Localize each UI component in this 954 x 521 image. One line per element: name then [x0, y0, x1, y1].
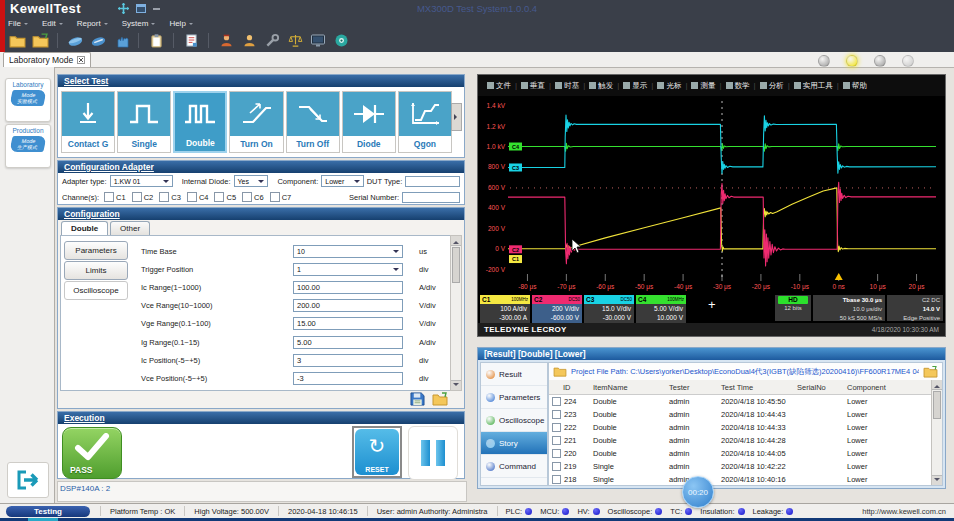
scope-menu-3[interactable]: 触发 [585, 81, 617, 91]
row-checkbox[interactable] [552, 475, 561, 484]
scroll-up-arrow[interactable] [932, 380, 942, 390]
channel-box-c4[interactable]: C4100MHz5.00 V/div10.000 V [636, 295, 686, 324]
row-checkbox[interactable] [552, 436, 561, 445]
column-header-serialno[interactable]: SerialNo [797, 383, 847, 392]
column-header-tester[interactable]: Tester [669, 383, 721, 392]
component-select[interactable]: Lower [321, 175, 363, 187]
scroll-down-arrow[interactable] [932, 475, 942, 485]
row-checkbox[interactable] [552, 449, 561, 458]
config-tab-double[interactable]: Double [61, 221, 108, 235]
column-header-itemname[interactable]: ItemName [593, 383, 669, 392]
column-header-component[interactable]: Component [847, 383, 927, 392]
open-folder-icon[interactable] [8, 32, 26, 50]
test-button-single[interactable]: Single [117, 91, 171, 153]
camera-icon[interactable] [332, 32, 350, 50]
production-mode-button[interactable]: Production Mode 生产模式 [5, 124, 51, 168]
open-folder-icon[interactable] [432, 392, 448, 406]
channel-checkbox-c7[interactable]: C7 [270, 192, 292, 202]
configuration-scrollbar[interactable] [450, 235, 462, 391]
scope-menu-10[interactable]: 帮助 [839, 81, 871, 91]
column-header-test-time[interactable]: Test Time [721, 383, 797, 392]
channel-box-c1[interactable]: C1100MHz100 A/div-300.00 A [480, 295, 530, 324]
serial-number-input[interactable] [402, 192, 460, 203]
field-input[interactable]: 200.00 [293, 299, 403, 312]
row-checkbox[interactable] [552, 397, 561, 406]
hand-tool-icon[interactable] [112, 32, 130, 50]
scope-menu-4[interactable]: 显示 [619, 81, 651, 91]
config-side-tab-limits[interactable]: Limits [64, 261, 128, 280]
clipboard-icon[interactable] [147, 32, 165, 50]
channel-box-c3[interactable]: C3DC5015.0 V/div-30.000 V [584, 295, 634, 324]
row-checkbox[interactable] [552, 462, 561, 471]
field-input[interactable]: 15.00 [293, 317, 403, 330]
scope-menu-9[interactable]: 实用工具 [790, 81, 837, 91]
import-folder-icon[interactable] [31, 32, 49, 50]
test-scroll-right-button[interactable] [451, 103, 462, 131]
test-button-diode[interactable]: Diode [342, 91, 396, 153]
results-tab-command[interactable]: Command [481, 455, 547, 478]
scope-menu-7[interactable]: 数学 [722, 81, 754, 91]
table-row[interactable]: 220Doubleadmin2020/4/18 10:44:05Lower [549, 447, 932, 460]
scroll-up-arrow[interactable] [451, 236, 461, 246]
table-row[interactable]: 219Singleadmin2020/4/18 10:42:22Lower [549, 460, 932, 473]
tab-laboratory-mode[interactable]: Laboratory Mode [3, 52, 91, 67]
connect-a-icon[interactable] [66, 32, 84, 50]
timebase-box[interactable]: Tbase 30.0 μs10.0 μs/div50 kS 500 MS/s [813, 295, 885, 321]
test-button-qgon[interactable]: Qgon [398, 91, 452, 153]
field-input[interactable]: -3 [293, 372, 403, 385]
row-checkbox[interactable] [552, 410, 561, 419]
scope-menu-8[interactable]: 分析 [756, 81, 788, 91]
table-row[interactable]: 222Doubleadmin2020/4/18 10:44:33Lower [549, 421, 932, 434]
scope-menu-0[interactable]: 文件 [483, 81, 515, 91]
adapter-type-select[interactable]: 1.KW 01 [110, 175, 173, 187]
calibration-scales-icon[interactable] [286, 32, 304, 50]
test-button-turn-on[interactable]: Turn On [229, 91, 283, 153]
report-card-icon[interactable] [182, 32, 200, 50]
field-input[interactable]: 5.00 [293, 336, 403, 349]
exit-button[interactable] [7, 462, 49, 498]
table-row[interactable]: 224Doubleadmin2020/4/18 10:45:50Lower [549, 395, 932, 408]
config-side-tab-oscilloscope[interactable]: Oscilloscope [64, 281, 128, 300]
scroll-down-arrow[interactable] [451, 380, 461, 390]
field-input[interactable]: 3 [293, 354, 403, 367]
row-checkbox[interactable] [552, 423, 561, 432]
dut-type-input[interactable] [405, 176, 460, 187]
scope-menu-2[interactable]: 时基 [551, 81, 583, 91]
results-tab-result[interactable]: Result [481, 363, 547, 386]
pass-status-button[interactable]: PASS [62, 427, 122, 479]
close-icon[interactable] [77, 56, 85, 64]
scrollbar-thumb[interactable] [452, 247, 460, 283]
menu-report[interactable]: Report [77, 19, 108, 28]
internal-diode-select[interactable]: Yes [234, 175, 269, 187]
reset-button[interactable]: ↻ RESET [355, 429, 399, 475]
scope-menu-1[interactable]: 垂直 [517, 81, 549, 91]
menu-edit[interactable]: Edit [42, 19, 63, 28]
scope-menu-5[interactable]: 光标 [653, 81, 685, 91]
test-button-double[interactable]: Double [173, 91, 227, 153]
tools-icon[interactable] [263, 32, 281, 50]
website-link[interactable]: http://www.kewell.com.cn [862, 507, 954, 516]
channel-checkbox-c5[interactable]: C5 [214, 192, 236, 202]
open-folder-button[interactable] [923, 366, 938, 378]
config-side-tab-parameters[interactable]: Parameters [64, 241, 128, 260]
table-row[interactable]: 218Singleadmin2020/4/18 10:40:16Lower [549, 473, 932, 486]
user-icon[interactable] [240, 32, 258, 50]
laboratory-mode-button[interactable]: Laboratory Mode 实验模式 [5, 78, 51, 122]
channel-checkbox-c4[interactable]: C4 [187, 192, 209, 202]
table-row[interactable]: 223Doubleadmin2020/4/18 10:44:43Lower [549, 408, 932, 421]
results-tab-oscilloscope[interactable]: Oscilloscope [481, 409, 547, 432]
test-button-turn-off[interactable]: Turn Off [286, 91, 340, 153]
channel-checkbox-c6[interactable]: C6 [242, 192, 264, 202]
pause-button[interactable] [408, 426, 458, 480]
results-tab-story[interactable]: Story [481, 432, 547, 455]
menu-system[interactable]: System [122, 19, 156, 28]
connect-b-icon[interactable] [89, 32, 107, 50]
table-row[interactable]: 221Doubleadmin2020/4/18 10:44:28Lower [549, 434, 932, 447]
monitor-icon[interactable] [309, 32, 327, 50]
table-scrollbar[interactable] [931, 380, 942, 485]
menu-file[interactable]: File [8, 19, 28, 28]
scrollbar-thumb[interactable] [933, 391, 941, 419]
save-icon[interactable] [410, 392, 425, 406]
field-select[interactable]: 1 [293, 263, 403, 276]
menu-help[interactable]: Help [169, 19, 192, 28]
